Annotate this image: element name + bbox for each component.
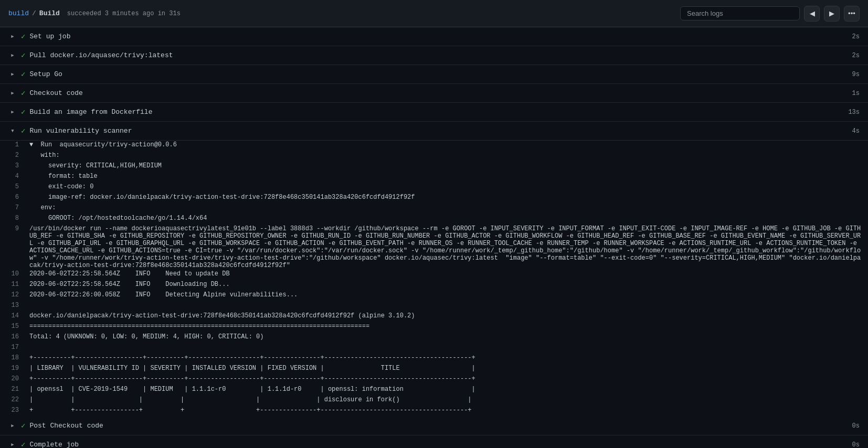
- log-line: 2 with:: [0, 151, 868, 162]
- line-content: severity: CRITICAL,HIGH,MEDIUM: [25, 162, 868, 172]
- job-name: Set up job: [29, 33, 839, 40]
- line-content: with:: [25, 151, 868, 162]
- job-row[interactable]: ✓ Set up job 2s: [0, 27, 868, 46]
- more-button[interactable]: •••: [844, 6, 860, 22]
- job-name: Complete job: [29, 441, 839, 448]
- expand-icon[interactable]: [8, 128, 17, 134]
- job-name: Setup Go: [29, 70, 839, 78]
- line-number: 7: [0, 204, 25, 214]
- log-line: 14 docker.io/danielpacak/trivy-action-te…: [0, 312, 868, 322]
- line-content: Total: 4 (UNKNOWN: 0, LOW: 0, MEDIUM: 4,…: [25, 333, 868, 343]
- line-number: 21: [0, 385, 25, 396]
- log-section: 1 ▼ Run aquasecurity/trivy-action@0.0.6 …: [0, 141, 868, 417]
- job-duration: 13s: [839, 109, 860, 116]
- job-row[interactable]: ✓ Pull docker.io/aquasec/trivy:latest 2s: [0, 46, 868, 65]
- line-content: 2020-06-02T22:25:58.564Z INFO Need to up…: [25, 270, 868, 280]
- log-line: 9 /usr/bin/docker run --name dockerioaqu…: [0, 225, 868, 270]
- log-line: 22 | | | | | | disclosure in fork() |: [0, 396, 868, 406]
- status-icon-success: ✓: [21, 51, 25, 60]
- line-content: docker.io/danielpacak/trivy-action-test-…: [25, 312, 868, 322]
- log-line: 18 +----------+------------------+------…: [0, 354, 868, 364]
- line-content: GOROOT: /opt/hostedtoolcache/go/1.14.4/x…: [25, 214, 868, 225]
- log-line: 10 2020-06-02T22:25:58.564Z INFO Need to…: [0, 270, 868, 280]
- line-number: 6: [0, 193, 25, 204]
- job-row[interactable]: ✓ Complete job 0s: [0, 435, 868, 448]
- line-number: 2: [0, 151, 25, 162]
- job-duration: 4s: [839, 127, 860, 135]
- job-duration: 0s: [839, 441, 860, 449]
- job-row[interactable]: ✓ Setup Go 9s: [0, 65, 868, 84]
- log-line: 6 image-ref: docker.io/danielpacak/trivy…: [0, 193, 868, 204]
- job-row[interactable]: ✓ Build an image from Dockerfile 13s: [0, 103, 868, 122]
- line-content: exit-code: 0: [25, 183, 868, 193]
- job-duration: 2s: [839, 52, 860, 59]
- line-number: 20: [0, 375, 25, 385]
- log-line: 4 format: table: [0, 172, 868, 183]
- prev-button[interactable]: ◀: [804, 6, 820, 22]
- breadcrumb-link[interactable]: build: [8, 9, 29, 17]
- line-content: +----------+------------------+---------…: [25, 375, 868, 385]
- line-number: 22: [0, 396, 25, 406]
- line-content: [25, 301, 868, 312]
- expand-icon[interactable]: [8, 90, 17, 96]
- line-number: 23: [0, 406, 25, 417]
- job-list: ✓ Set up job 2s ✓ Pull docker.io/aquasec…: [0, 27, 868, 448]
- status-icon-success: ✓: [21, 70, 25, 79]
- line-content: env:: [25, 204, 868, 214]
- job-duration: 9s: [839, 71, 860, 78]
- job-name: Checkout code: [29, 89, 839, 97]
- expand-icon[interactable]: [8, 71, 17, 77]
- search-input[interactable]: [680, 6, 800, 20]
- job-row[interactable]: ✓ Checkout code 1s: [0, 84, 868, 103]
- breadcrumb-current: Build: [39, 9, 60, 17]
- log-line: 23 + +-----------------+ + +------------…: [0, 406, 868, 417]
- line-number: 8: [0, 214, 25, 225]
- job-name: Pull docker.io/aquasec/trivy:latest: [29, 51, 839, 59]
- line-content: 2020-06-02T22:25:58.564Z INFO Downloadin…: [25, 280, 868, 291]
- expand-icon[interactable]: [8, 442, 17, 447]
- job-row[interactable]: ✓ Post Checkout code 0s: [0, 417, 868, 435]
- expand-icon[interactable]: [8, 52, 17, 58]
- log-line: 21 | openssl | CVE-2019-1549 | MEDIUM | …: [0, 385, 868, 396]
- line-number: 10: [0, 270, 25, 280]
- line-content: + +-----------------+ + +---------------…: [25, 406, 868, 417]
- line-content: /usr/bin/docker run --name dockerioaquas…: [25, 225, 868, 270]
- next-button[interactable]: ▶: [824, 6, 840, 22]
- log-line: 20 +----------+------------------+------…: [0, 375, 868, 385]
- line-content: | openssl | CVE-2019-1549 | MEDIUM | 1.1…: [25, 385, 868, 396]
- job-name: Build an image from Dockerfile: [29, 108, 839, 116]
- expand-icon[interactable]: [8, 34, 17, 39]
- line-number: 5: [0, 183, 25, 193]
- log-line: 17: [0, 343, 868, 354]
- job-name: Post Checkout code: [29, 422, 839, 430]
- log-line: 13: [0, 301, 868, 312]
- line-number: 4: [0, 172, 25, 183]
- log-line: 19 | LIBRARY | VULNERABILITY ID | SEVERI…: [0, 364, 868, 375]
- line-number: 15: [0, 322, 25, 333]
- log-line: 8 GOROOT: /opt/hostedtoolcache/go/1.14.4…: [0, 214, 868, 225]
- log-line: 1 ▼ Run aquasecurity/trivy-action@0.0.6: [0, 141, 868, 151]
- breadcrumb-separator: /: [32, 9, 36, 17]
- prev-icon: ◀: [810, 9, 815, 17]
- next-icon: ▶: [829, 9, 834, 17]
- log-line: 3 severity: CRITICAL,HIGH,MEDIUM: [0, 162, 868, 172]
- log-line: 7 env:: [0, 204, 868, 214]
- line-number: 14: [0, 312, 25, 322]
- line-number: 11: [0, 280, 25, 291]
- line-number: 13: [0, 301, 25, 312]
- line-number: 18: [0, 354, 25, 364]
- line-content: ▼ Run aquasecurity/trivy-action@0.0.6: [25, 141, 868, 151]
- job-name: Run vulnerability scanner: [29, 127, 839, 135]
- log-line: 5 exit-code: 0: [0, 183, 868, 193]
- line-number: 12: [0, 291, 25, 301]
- expand-icon[interactable]: [8, 109, 17, 115]
- line-content: [25, 343, 868, 354]
- job-row[interactable]: ✓ Run vulnerability scanner 4s: [0, 122, 868, 141]
- log-line: 12 2020-06-02T22:26:00.058Z INFO Detecti…: [0, 291, 868, 301]
- expand-icon[interactable]: [8, 423, 17, 429]
- header-right: ◀ ▶ •••: [680, 6, 860, 22]
- status-icon-success: ✓: [21, 440, 25, 448]
- line-content: image-ref: docker.io/danielpacak/trivy-a…: [25, 193, 868, 204]
- line-content: +----------+------------------+---------…: [25, 354, 868, 364]
- line-content: | LIBRARY | VULNERABILITY ID | SEVERITY …: [25, 364, 868, 375]
